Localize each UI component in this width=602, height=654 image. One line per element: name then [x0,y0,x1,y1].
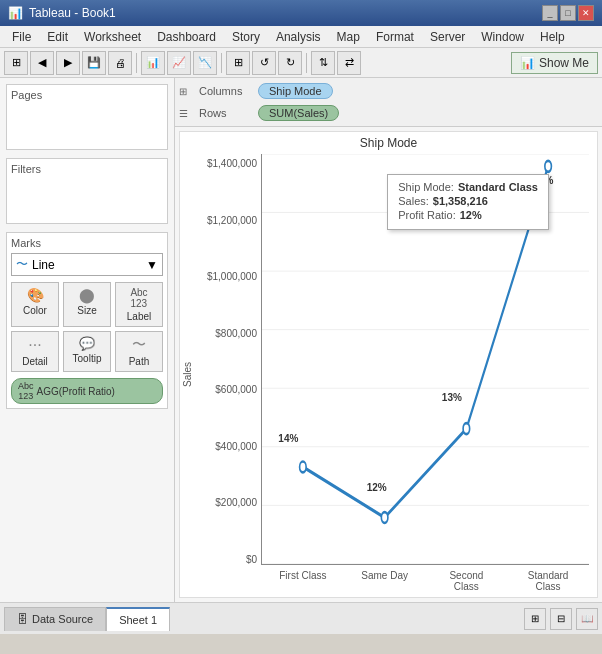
toolbar-refresh[interactable]: ↺ [252,51,276,75]
show-me-icon: 📊 [520,56,535,70]
tab-data-source[interactable]: 🗄 Data Source [4,607,106,631]
y-tick-6: $200,000 [215,497,257,508]
label-icon: Abc123 [130,287,147,309]
close-btn[interactable]: ✕ [578,5,594,21]
tooltip-ship-label: Ship Mode: [398,181,454,193]
x-axis: First Class Same Day SecondClass Standar… [262,570,589,592]
menu-help[interactable]: Help [532,28,573,46]
toolbar-forward[interactable]: ▶ [56,51,80,75]
rows-shelf: ☰ Rows SUM(Sales) [179,102,598,124]
datapoint-sc [463,423,470,434]
columns-pill[interactable]: Ship Mode [258,83,333,99]
toolbar-print[interactable]: 🖨 [108,51,132,75]
y-tick-7: $0 [246,554,257,565]
menu-edit[interactable]: Edit [39,28,76,46]
toolbar-sort1[interactable]: ⇅ [311,51,335,75]
title-controls: _ □ ✕ [542,5,594,21]
menu-bar: File Edit Worksheet Dashboard Story Anal… [0,26,602,48]
x-label-stc: StandardClass [518,570,578,592]
x-label-sd: Same Day [355,570,415,592]
minimize-btn[interactable]: _ [542,5,558,21]
toolbar-refresh2[interactable]: ↻ [278,51,302,75]
show-me-button[interactable]: 📊 Show Me [511,52,598,74]
left-panel: Pages Filters Marks 〜 Line ▼ 🎨 Color [0,78,175,602]
rows-pill[interactable]: SUM(Sales) [258,105,339,121]
menu-story[interactable]: Story [224,28,268,46]
new-worksheet-btn[interactable]: ⊞ [524,608,546,630]
x-label-fc: First Class [273,570,333,592]
menu-map[interactable]: Map [329,28,368,46]
path-button[interactable]: 〜 Path [115,331,163,372]
pct-sd: 12% [367,482,387,493]
marks-type-label: Line [32,258,55,272]
toolbar-sort2[interactable]: ⇄ [337,51,361,75]
toolbar-save[interactable]: 💾 [82,51,106,75]
new-dashboard-btn[interactable]: ⊟ [550,608,572,630]
y-tick-1: $1,200,000 [207,215,257,226]
datapoint-fc [300,462,307,473]
marks-label: Marks [11,237,163,249]
y-axis: $1,400,000 $1,200,000 $1,000,000 $800,00… [196,154,261,595]
menu-analysis[interactable]: Analysis [268,28,329,46]
menu-file[interactable]: File [4,28,39,46]
toolbar-back[interactable]: ◀ [30,51,54,75]
menu-dashboard[interactable]: Dashboard [149,28,224,46]
filters-section: Filters [6,158,168,224]
color-button[interactable]: 🎨 Color [11,282,59,327]
y-axis-label: Sales [180,154,196,595]
rows-icon: ☰ [179,108,195,119]
menu-worksheet[interactable]: Worksheet [76,28,149,46]
tooltip-button[interactable]: 💬 Tooltip [63,331,111,372]
tab-sheet1[interactable]: Sheet 1 [106,607,170,631]
columns-icon: ⊞ [179,86,195,97]
x-label-sc: SecondClass [436,570,496,592]
tooltip-profit-row: Profit Ratio: 12% [398,209,538,221]
data-source-icon: 🗄 [17,613,28,625]
tooltip-ship-val: Standard Class [458,181,538,193]
maximize-btn[interactable]: □ [560,5,576,21]
detail-button[interactable]: ··· Detail [11,331,59,372]
y-tick-5: $400,000 [215,441,257,452]
detail-label: Detail [22,356,48,367]
menu-window[interactable]: Window [473,28,532,46]
chevron-down-icon: ▼ [146,258,158,272]
datapoint-stc [545,161,552,172]
marks-type-select[interactable]: 〜 Line ▼ [11,253,163,276]
new-story-btn[interactable]: 📖 [576,608,598,630]
rows-label: Rows [199,107,254,119]
path-label: Path [129,356,150,367]
toolbar: ⊞ ◀ ▶ 💾 🖨 📊 📈 📉 ⊞ ↺ ↻ ⇅ ⇄ 📊 Show Me [0,48,602,78]
window-title: Tableau - Book1 [29,6,116,20]
toolbar-chart1[interactable]: 📊 [141,51,165,75]
pages-section: Pages [6,84,168,150]
marks-buttons: 🎨 Color ⬤ Size Abc123 Label ··· Detail 💬 [11,282,163,372]
y-tick-0: $1,400,000 [207,158,257,169]
y-tick-3: $800,000 [215,328,257,339]
columns-shelf: ⊞ Columns Ship Mode [179,80,598,102]
shelves: ⊞ Columns Ship Mode ☰ Rows SUM(Sales) [175,78,602,127]
agg-profit-label: AGG(Profit Ratio) [37,386,115,397]
sep1 [136,53,137,73]
line-icon: 〜 [16,256,28,273]
tooltip-sales-label: Sales: [398,195,429,207]
toolbar-new[interactable]: ⊞ [4,51,28,75]
menu-format[interactable]: Format [368,28,422,46]
pages-content [11,105,163,145]
y-tick-4: $600,000 [215,384,257,395]
color-label: Color [23,305,47,316]
size-button[interactable]: ⬤ Size [63,282,111,327]
label-button[interactable]: Abc123 Label [115,282,163,327]
marks-type-inner: 〜 Line [16,256,55,273]
agg-profit-pill[interactable]: Abc123 AGG(Profit Ratio) [11,378,163,404]
toolbar-chart3[interactable]: 📉 [193,51,217,75]
chart-title: Ship Mode [180,132,597,154]
pct-fc: 14% [278,433,298,444]
toolbar-filter[interactable]: ⊞ [226,51,250,75]
toolbar-chart2[interactable]: 📈 [167,51,191,75]
pct-sc: 13% [442,392,462,403]
abc-icon: Abc123 [18,381,34,401]
tooltip-sales-row: Sales: $1,358,216 [398,195,538,207]
tooltip-profit-label: Profit Ratio: [398,209,455,221]
datapoint-sd [381,512,388,523]
menu-server[interactable]: Server [422,28,473,46]
